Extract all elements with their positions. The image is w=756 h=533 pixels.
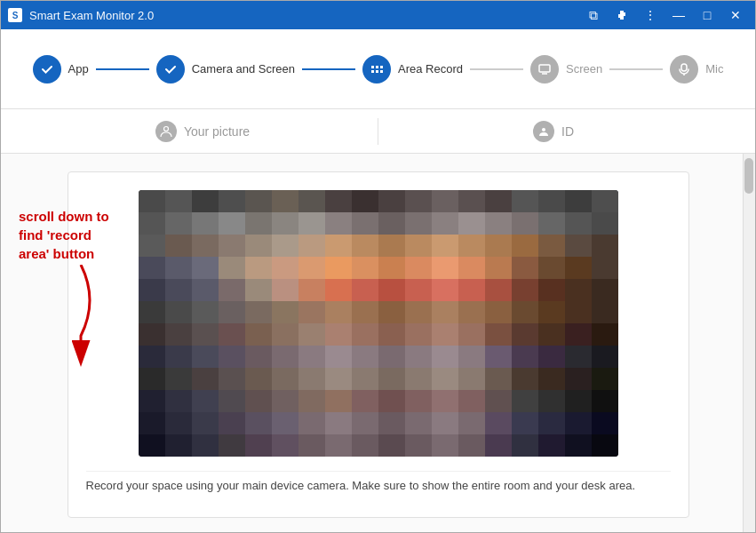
svg-rect-215: [405, 434, 432, 457]
svg-rect-180: [432, 390, 458, 412]
svg-rect-32: [325, 212, 352, 235]
svg-rect-161: [405, 368, 432, 390]
svg-rect-184: [538, 390, 565, 412]
maximize-btn[interactable]: □: [695, 3, 720, 28]
svg-rect-39: [512, 212, 538, 235]
sub-tab-id[interactable]: ID: [378, 121, 728, 142]
svg-rect-181: [458, 390, 485, 412]
svg-rect-29: [245, 212, 272, 235]
app-window: S Smart Exam Monitor 2.0 ⧉ ⋮ — □ ✕ App: [0, 0, 756, 533]
svg-rect-146: [485, 346, 512, 368]
svg-point-3: [163, 126, 168, 131]
window-controls: ⧉ ⋮ — □ ✕: [581, 3, 748, 28]
svg-rect-118: [219, 323, 245, 346]
svg-rect-188: [165, 412, 192, 434]
svg-rect-213: [352, 434, 378, 457]
extensions-btn[interactable]: [609, 3, 634, 28]
svg-rect-131: [565, 323, 592, 346]
step-screen[interactable]: Screen: [530, 55, 602, 84]
svg-rect-122: [325, 323, 352, 346]
svg-rect-220: [538, 434, 565, 457]
svg-rect-105: [352, 301, 378, 323]
svg-rect-206: [165, 434, 192, 457]
svg-rect-40: [538, 212, 565, 235]
svg-rect-11: [245, 190, 272, 212]
step-camera-and-screen[interactable]: Camera and Screen: [156, 55, 295, 84]
svg-rect-87: [352, 279, 378, 301]
app-icon: S: [8, 8, 22, 22]
svg-rect-25: [139, 212, 165, 235]
svg-rect-214: [378, 434, 405, 457]
svg-rect-90: [432, 279, 458, 301]
svg-rect-100: [219, 301, 245, 323]
svg-rect-93: [512, 279, 538, 301]
svg-rect-103: [298, 301, 325, 323]
step-area-record[interactable]: Area Record: [362, 55, 463, 84]
svg-rect-63: [192, 257, 219, 279]
svg-rect-186: [592, 390, 618, 412]
svg-rect-201: [512, 412, 538, 434]
svg-rect-72: [432, 257, 458, 279]
svg-rect-60: [592, 235, 618, 257]
step-area-label: Area Record: [398, 62, 463, 76]
svg-rect-110: [485, 301, 512, 323]
svg-rect-86: [325, 279, 352, 301]
connector-4: [609, 68, 663, 70]
camera-description: Record your space using your main device…: [86, 471, 671, 499]
svg-rect-24: [592, 190, 618, 212]
svg-rect-13: [298, 190, 325, 212]
svg-rect-58: [538, 235, 565, 257]
svg-rect-156: [272, 368, 298, 390]
svg-rect-164: [485, 368, 512, 390]
step-area-circle: [362, 55, 391, 84]
svg-rect-166: [538, 368, 565, 390]
svg-rect-104: [325, 301, 352, 323]
svg-rect-112: [538, 301, 565, 323]
menu-btn[interactable]: ⋮: [638, 3, 663, 28]
step-mic[interactable]: Mic: [670, 55, 723, 84]
svg-rect-155: [245, 368, 272, 390]
scrollbar-track[interactable]: [743, 154, 755, 532]
svg-rect-28: [219, 212, 245, 235]
svg-rect-15: [352, 190, 378, 212]
minimize-btn[interactable]: —: [666, 3, 691, 28]
step-camera-label: Camera and Screen: [192, 62, 295, 76]
svg-rect-30: [272, 212, 298, 235]
svg-rect-221: [565, 434, 592, 457]
svg-rect-169: [139, 390, 165, 412]
svg-rect-192: [272, 412, 298, 434]
svg-rect-52: [378, 235, 405, 257]
scrollbar-thumb[interactable]: [744, 158, 753, 194]
svg-rect-126: [432, 323, 458, 346]
close-btn[interactable]: ✕: [723, 3, 748, 28]
svg-rect-73: [458, 257, 485, 279]
restore-btn[interactable]: ⧉: [581, 3, 606, 28]
svg-rect-69: [352, 257, 378, 279]
svg-rect-117: [192, 323, 219, 346]
svg-rect-9: [192, 190, 219, 212]
svg-rect-203: [565, 412, 592, 434]
step-app[interactable]: App: [33, 55, 89, 84]
svg-rect-178: [378, 390, 405, 412]
svg-rect-196: [378, 412, 405, 434]
svg-rect-209: [245, 434, 272, 457]
svg-rect-150: [592, 346, 618, 368]
id-icon: [533, 121, 554, 142]
svg-rect-175: [298, 390, 325, 412]
svg-rect-14: [325, 190, 352, 212]
sub-tab-your-picture[interactable]: Your picture: [28, 121, 378, 142]
sub-tab-your-picture-label: Your picture: [184, 124, 250, 139]
svg-rect-111: [512, 301, 538, 323]
svg-rect-107: [405, 301, 432, 323]
svg-rect-183: [512, 390, 538, 412]
svg-rect-116: [165, 323, 192, 346]
svg-rect-109: [458, 301, 485, 323]
camera-preview: [139, 190, 618, 457]
window-title: Smart Exam Monitor 2.0: [29, 9, 581, 22]
svg-rect-217: [458, 434, 485, 457]
svg-rect-57: [512, 235, 538, 257]
svg-rect-205: [139, 434, 165, 457]
svg-rect-64: [219, 257, 245, 279]
svg-rect-26: [165, 212, 192, 235]
svg-rect-123: [352, 323, 378, 346]
